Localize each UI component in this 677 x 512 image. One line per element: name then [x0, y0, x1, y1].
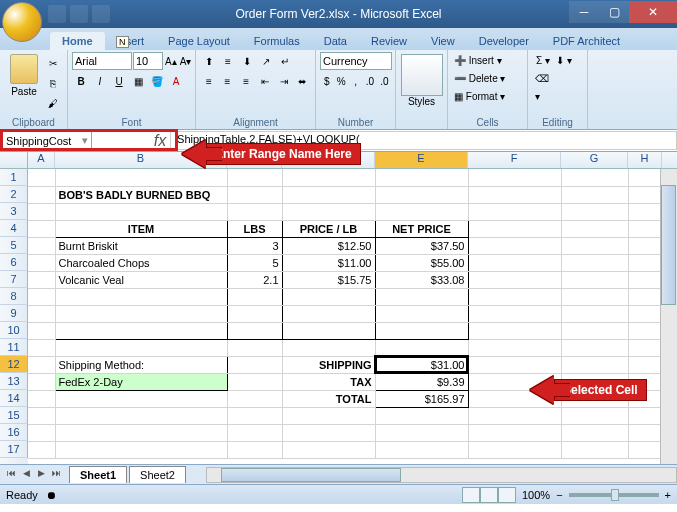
align-top-button[interactable]: ⬆ [200, 52, 218, 70]
cell-G1[interactable] [561, 169, 628, 186]
cell-C2[interactable] [227, 186, 282, 203]
tab-developer[interactable]: Developer [467, 32, 541, 50]
cell-A2[interactable] [28, 186, 55, 203]
row-header-16[interactable]: 16 [0, 424, 28, 441]
col-header-g[interactable]: G [561, 152, 628, 168]
cell-H17[interactable] [628, 441, 662, 458]
cell-A13[interactable] [28, 373, 55, 390]
zoom-level[interactable]: 100% [522, 489, 550, 501]
cell-C6[interactable]: 5 [227, 254, 282, 271]
cell-G2[interactable] [561, 186, 628, 203]
cell-D17[interactable] [282, 441, 375, 458]
cell-E7[interactable]: $33.08 [375, 271, 468, 288]
decrease-indent-button[interactable]: ⇤ [256, 72, 274, 90]
sheet-nav-first[interactable]: ⏮ [4, 468, 18, 482]
cell-D1[interactable] [282, 169, 375, 186]
cell-C12[interactable] [227, 356, 282, 373]
qat-redo-icon[interactable] [92, 5, 110, 23]
merge-button[interactable]: ⬌ [293, 72, 311, 90]
cell-H5[interactable] [628, 237, 662, 254]
name-box[interactable]: ShippingCost▾ [2, 131, 92, 150]
select-all-button[interactable] [0, 152, 28, 168]
delete-cells-button[interactable]: ➖ Delete ▾ [454, 70, 523, 88]
cell-B3[interactable] [55, 203, 227, 220]
zoom-out-button[interactable]: − [556, 489, 562, 501]
sheet-nav-last[interactable]: ⏭ [49, 468, 63, 482]
tab-page-layout[interactable]: Page Layout [156, 32, 242, 50]
sheet-nav-next[interactable]: ▶ [34, 468, 48, 482]
cell-C17[interactable] [227, 441, 282, 458]
tab-home[interactable]: Home [50, 32, 105, 50]
tab-insert[interactable]: Insert [105, 32, 157, 50]
cell-H3[interactable] [628, 203, 662, 220]
cell-G8[interactable] [561, 288, 628, 305]
col-header-a[interactable]: A [28, 152, 55, 168]
decrease-decimal-button[interactable]: .0 [378, 72, 391, 90]
view-page-break-button[interactable] [498, 487, 516, 503]
cell-H4[interactable] [628, 220, 662, 237]
vertical-scrollbar-thumb[interactable] [661, 185, 676, 305]
align-bottom-button[interactable]: ⬇ [238, 52, 256, 70]
cell-G16[interactable] [561, 424, 628, 441]
col-header-h[interactable]: H [628, 152, 662, 168]
cell-B7[interactable]: Volcanic Veal [55, 271, 227, 288]
cell-G6[interactable] [561, 254, 628, 271]
cell-E15[interactable] [375, 407, 468, 424]
orientation-button[interactable]: ↗ [257, 52, 275, 70]
row-header-15[interactable]: 15 [0, 407, 28, 424]
percent-button[interactable]: % [334, 72, 347, 90]
cell-C15[interactable] [227, 407, 282, 424]
cell-A1[interactable] [28, 169, 55, 186]
row-header-13[interactable]: 13 [0, 373, 28, 390]
cell-A15[interactable] [28, 407, 55, 424]
row-header-11[interactable]: 11 [0, 339, 28, 356]
cell-C8[interactable] [227, 288, 282, 305]
cell-B11[interactable] [55, 339, 227, 356]
align-left-button[interactable]: ≡ [200, 72, 218, 90]
shrink-font-button[interactable]: A▾ [179, 52, 193, 70]
cell-E8[interactable] [375, 288, 468, 305]
font-size-input[interactable] [133, 52, 163, 70]
cell-E13[interactable]: $9.39 [375, 373, 468, 390]
wrap-text-button[interactable]: ↵ [276, 52, 294, 70]
fx-button[interactable]: fx [150, 132, 170, 150]
cell-A3[interactable] [28, 203, 55, 220]
cell-A4[interactable] [28, 220, 55, 237]
cell-E14[interactable]: $165.97 [375, 390, 468, 407]
cell-A17[interactable] [28, 441, 55, 458]
office-button[interactable] [2, 2, 42, 42]
align-center-button[interactable]: ≡ [219, 72, 237, 90]
zoom-in-button[interactable]: + [665, 489, 671, 501]
cell-G7[interactable] [561, 271, 628, 288]
format-painter-button[interactable]: 🖌 [44, 94, 62, 112]
cell-B9[interactable] [55, 305, 227, 322]
cell-C16[interactable] [227, 424, 282, 441]
col-header-e[interactable]: E [375, 152, 468, 168]
cell-A7[interactable] [28, 271, 55, 288]
cell-A8[interactable] [28, 288, 55, 305]
cell-F15[interactable] [468, 407, 561, 424]
cell-E9[interactable] [375, 305, 468, 322]
cell-D7[interactable]: $15.75 [282, 271, 375, 288]
cell-C4[interactable]: LBS [227, 220, 282, 237]
cell-D8[interactable] [282, 288, 375, 305]
cell-D10[interactable] [282, 322, 375, 339]
cell-B6[interactable]: Charcoaled Chops [55, 254, 227, 271]
cell-C11[interactable] [227, 339, 282, 356]
horizontal-scrollbar[interactable] [206, 467, 677, 483]
cell-F3[interactable] [468, 203, 561, 220]
format-cells-button[interactable]: ▦ Format ▾ [454, 88, 523, 106]
cut-button[interactable]: ✂ [44, 54, 62, 72]
row-header-4[interactable]: 4 [0, 220, 28, 237]
copy-button[interactable]: ⎘ [44, 74, 62, 92]
cell-B4[interactable]: ITEM [55, 220, 227, 237]
cell-C5[interactable]: 3 [227, 237, 282, 254]
cell-G5[interactable] [561, 237, 628, 254]
underline-button[interactable]: U [110, 72, 128, 90]
cell-F17[interactable] [468, 441, 561, 458]
cell-A5[interactable] [28, 237, 55, 254]
paste-button[interactable]: Paste [4, 52, 44, 112]
cell-B10[interactable] [55, 322, 227, 339]
cell-C1[interactable] [227, 169, 282, 186]
cell-H8[interactable] [628, 288, 662, 305]
